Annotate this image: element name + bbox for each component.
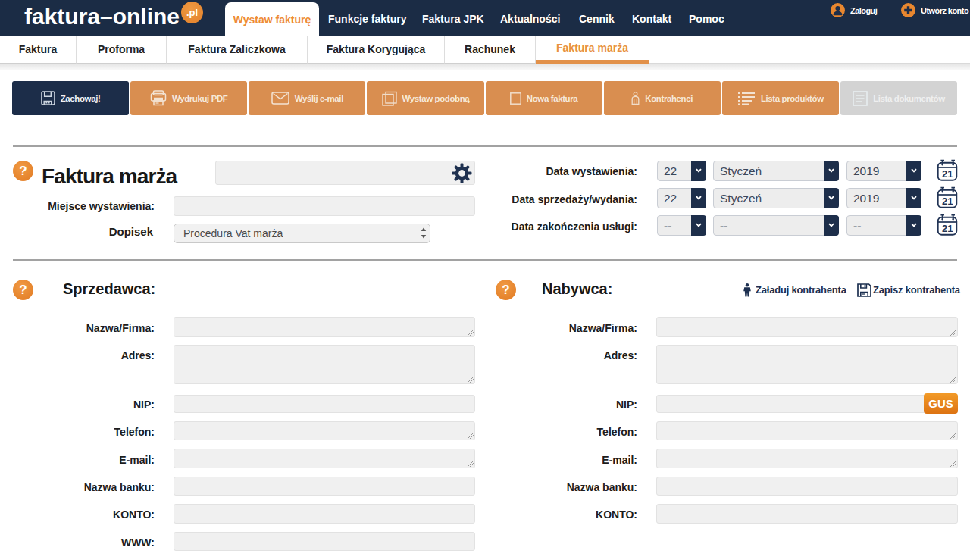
svg-text:21: 21 — [942, 223, 953, 234]
svg-text:21: 21 — [942, 168, 953, 180]
svg-text:21: 21 — [942, 196, 953, 207]
